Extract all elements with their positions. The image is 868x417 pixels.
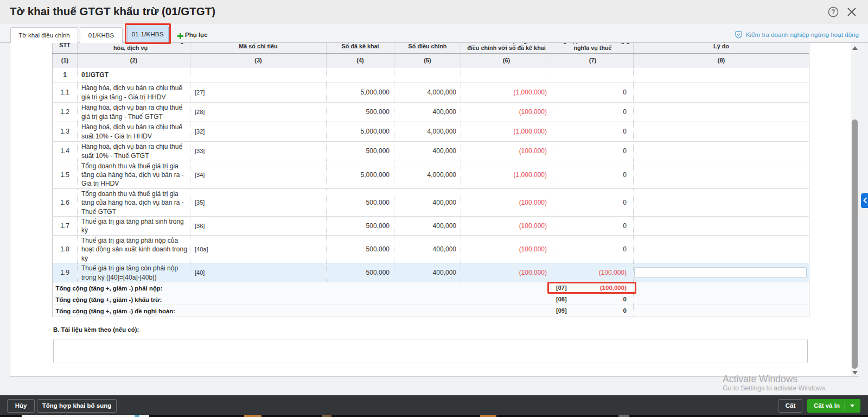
svg-text:?: ? [831, 8, 835, 16]
